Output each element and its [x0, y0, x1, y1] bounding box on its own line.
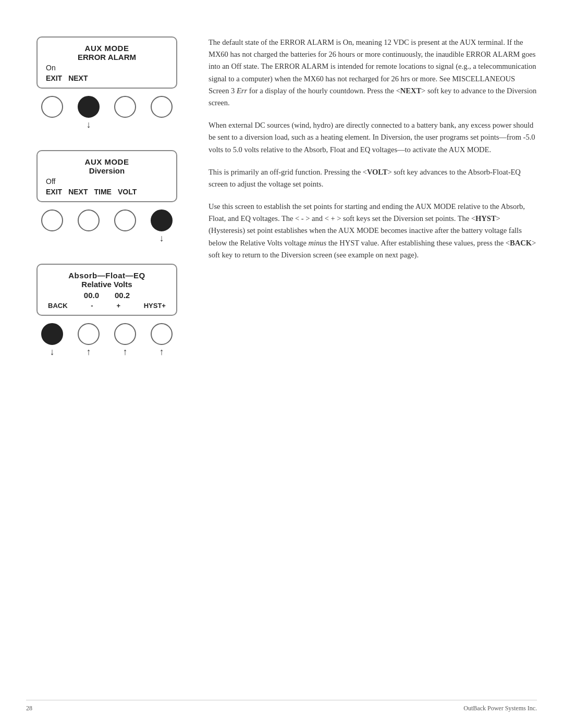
panel3-circle-btn-4[interactable] — [151, 323, 173, 345]
back-bold: BACK — [510, 239, 532, 247]
panel2-btn-next[interactable]: NEXT — [68, 188, 88, 196]
page-number: 28 — [26, 705, 32, 712]
panel2-circle-btn-3[interactable] — [114, 209, 136, 231]
err-italic: Err — [237, 87, 247, 95]
panel1-buttons: EXIT NEXT — [46, 74, 168, 82]
panel2-state: Off — [46, 177, 168, 186]
hyst-bold: HYST — [475, 214, 496, 223]
panel2-title: AUX MODE — [46, 157, 168, 166]
panel2-circle-btn-2[interactable] — [78, 209, 100, 231]
lcd-panel-diversion: AUX MODE Diversion Off EXIT NEXT TIME VO… — [36, 150, 177, 202]
panel2-btn-time[interactable]: TIME — [94, 188, 111, 196]
panel2-circle-2-group — [78, 209, 100, 231]
left-column: AUX MODE ERROR ALARM On EXIT NEXT ↓ — [26, 31, 188, 356]
lcd-panel-absorb: Absorb—Float—EQ Relative Volts 00.0 00.2… — [36, 264, 177, 316]
panel1-button-row: ↓ — [36, 96, 177, 129]
panel1-btn-exit[interactable]: EXIT — [46, 74, 62, 82]
next-bold: NEXT — [400, 87, 421, 95]
panel3-title: Absorb—Float—EQ — [46, 271, 168, 280]
panel1-circle-btn-3[interactable] — [114, 96, 136, 118]
panel2-btn-volt[interactable]: VOLT — [118, 188, 137, 196]
panel3-circle-btn-2[interactable] — [78, 323, 100, 345]
panel1-title: AUX MODE — [46, 44, 168, 53]
panel1-circle-2-group: ↓ — [78, 96, 100, 129]
panel2-arrow-down: ↓ — [160, 233, 164, 243]
panel-group-1: AUX MODE ERROR ALARM On EXIT NEXT ↓ — [26, 36, 188, 129]
panel2-circle-3-group — [114, 209, 136, 231]
paragraph-1: The default state of the ERROR ALARM is … — [209, 36, 537, 109]
panel2-circle-btn-1[interactable] — [41, 209, 63, 231]
panel2-subtitle: Diversion — [46, 166, 168, 175]
lcd-panel-error-alarm: AUX MODE ERROR ALARM On EXIT NEXT — [36, 36, 177, 89]
panel1-state: On — [46, 64, 168, 72]
panel-group-2: AUX MODE Diversion Off EXIT NEXT TIME VO… — [26, 150, 188, 243]
panel3-val1: 00.0 — [84, 291, 99, 300]
panel2-circle-btn-4-filled[interactable] — [151, 209, 173, 231]
volt-bold: VOLT — [367, 168, 387, 176]
panel1-circle-btn-1[interactable] — [41, 96, 63, 118]
panel1-circle-1-group — [41, 96, 63, 118]
panel3-arrow-3-up: ↑ — [123, 347, 128, 356]
paragraph-4: Use this screen to establish the set poi… — [209, 201, 537, 261]
panel1-subtitle: ERROR ALARM — [46, 53, 168, 61]
panel1-btn-next[interactable]: NEXT — [68, 74, 88, 82]
panel3-circle-btn-3[interactable] — [114, 323, 136, 345]
panel3-circle-4-group: ↑ — [151, 323, 173, 356]
panel3-btn-hyst[interactable]: HYST+ — [144, 302, 166, 310]
panel3-circle-2-group: ↑ — [78, 323, 100, 356]
panel2-buttons: EXIT NEXT TIME VOLT — [46, 188, 168, 196]
panel2-circle-4-group: ↓ — [151, 209, 173, 243]
paragraph-3: This is primarily an off-grid function. … — [209, 166, 537, 190]
footer-company: OutBack Power Systems Inc. — [463, 705, 537, 712]
panel3-btn-back[interactable]: BACK — [48, 302, 68, 310]
panel3-btn-plus[interactable]: + — [116, 302, 120, 310]
panel3-arrow-4-up: ↑ — [160, 347, 164, 356]
panel3-val2: 00.2 — [115, 291, 130, 300]
right-column: The default state of the ERROR ALARM is … — [209, 31, 537, 356]
panel-group-3: Absorb—Float—EQ Relative Volts 00.0 00.2… — [26, 264, 188, 356]
panel3-arrow-1-down: ↓ — [50, 347, 55, 356]
panel2-button-row: ↓ — [36, 209, 177, 243]
panel3-circle-3-group: ↑ — [114, 323, 136, 356]
footer: 28 OutBack Power Systems Inc. — [26, 700, 537, 712]
panel1-circle-btn-2-filled[interactable] — [78, 96, 100, 118]
panel3-bottom-buttons: BACK - + HYST+ — [46, 302, 168, 310]
panel3-arrow-2-up: ↑ — [87, 347, 91, 356]
minus-italic: minus — [309, 239, 327, 247]
panel3-values: 00.0 00.2 — [46, 291, 168, 300]
panel1-circle-4-group — [151, 96, 173, 118]
paragraph-2: When external DC sources (wind, hydro) a… — [209, 119, 537, 156]
panel1-circle-3-group — [114, 96, 136, 118]
panel2-btn-exit[interactable]: EXIT — [46, 188, 62, 196]
panel1-arrow-down: ↓ — [87, 120, 91, 129]
panel3-circle-1-group: ↓ — [41, 323, 63, 356]
panel3-subtitle: Relative Volts — [46, 280, 168, 289]
panel1-circle-btn-4[interactable] — [151, 96, 173, 118]
panel3-button-row: ↓ ↑ ↑ ↑ — [36, 323, 177, 356]
panel3-btn-minus[interactable]: - — [91, 302, 93, 310]
panel2-circle-1-group — [41, 209, 63, 231]
panel3-circle-btn-1-filled[interactable] — [41, 323, 63, 345]
